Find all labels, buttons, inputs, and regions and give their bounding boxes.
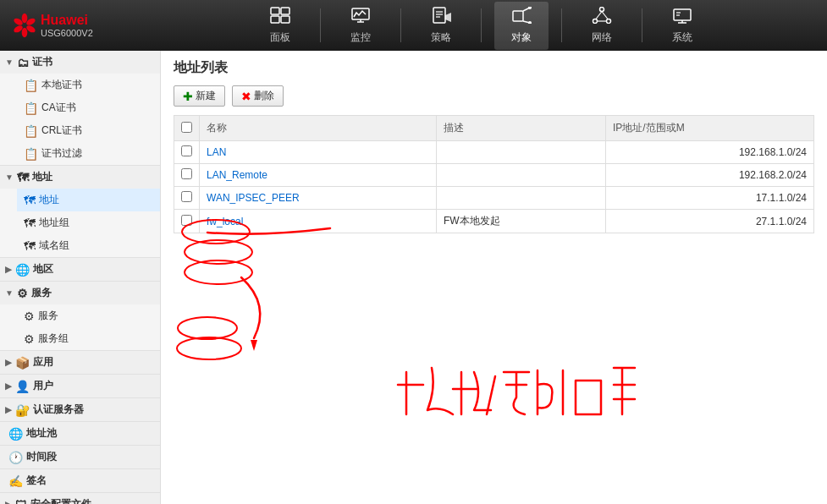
sidebar: ▼ 🗂 证书 📋 本地证书 📋 CA证书 📋 CRL证书 📋 <box>0 51 161 504</box>
svg-point-25 <box>607 19 611 23</box>
delete-label: 删除 <box>254 89 274 103</box>
row-link-wan-ipsec[interactable]: WAN_IPSEC_PEER <box>207 192 300 204</box>
sidebar-item-ca-cert[interactable]: 📋 CA证书 <box>17 96 160 119</box>
sidebar-section-signature: ✍ 签名 <box>0 469 160 493</box>
cert-filter-icon: 📋 <box>24 147 38 161</box>
nav-item-network[interactable]: 网络 <box>575 2 629 50</box>
table-row: LAN 192.168.1.0/24 <box>174 141 814 164</box>
nav-policy-label: 策略 <box>431 30 451 45</box>
row-checkbox-fw-local[interactable] <box>181 215 192 226</box>
row-desc-wan-ipsec <box>437 187 606 210</box>
svg-rect-8 <box>271 16 279 23</box>
sidebar-section-security-config: ▶ 🛡 安全配置文件 <box>0 493 160 504</box>
system-icon <box>672 7 692 29</box>
content-area: 地址列表 ✚ 新建 ✖ 删除 名称 描述 IP地址/范围或M <box>161 51 827 504</box>
nav-sep-1 <box>320 8 321 42</box>
sidebar-section-addrpool: 🌐 地址池 <box>0 422 160 446</box>
sidebar-group-service[interactable]: ▼ ⚙ 服务 <box>0 282 160 304</box>
table-row: WAN_IPSEC_PEER 17.1.1.0/24 <box>174 187 814 210</box>
row-check-lan <box>174 141 200 164</box>
app-section-label: 应用 <box>33 355 53 370</box>
sidebar-item-address[interactable]: 🗺 地址 <box>17 189 160 211</box>
sidebar-item-service-group[interactable]: ⚙ 服务组 <box>17 327 160 350</box>
service-item-icon: ⚙ <box>24 310 35 323</box>
select-all-checkbox[interactable] <box>181 122 192 133</box>
auth-section-label: 认证服务器 <box>33 403 84 417</box>
nav-item-system[interactable]: 系统 <box>655 2 709 50</box>
new-icon: ✚ <box>183 90 193 103</box>
address-group-label: 地址组 <box>39 216 69 230</box>
row-checkbox-wan-ipsec[interactable] <box>181 191 192 202</box>
sidebar-item-crl-cert[interactable]: 📋 CRL证书 <box>17 119 160 142</box>
app-section-icon: 📦 <box>15 356 30 370</box>
region-section-label: 地区 <box>33 262 53 277</box>
svg-point-38 <box>178 317 237 339</box>
nav-sep-5 <box>642 8 642 42</box>
row-name-fw-local: fw_local <box>200 210 437 233</box>
nav-network-label: 网络 <box>592 30 612 45</box>
sidebar-group-addrpool[interactable]: 🌐 地址池 <box>0 422 160 445</box>
sidebar-group-address[interactable]: ▼ 🗺 地址 <box>0 166 160 189</box>
service-group-label: 服务组 <box>38 331 69 346</box>
sidebar-group-signature[interactable]: ✍ 签名 <box>0 469 160 492</box>
service-group-icon: ⚙ <box>24 332 35 346</box>
nav-item-policy[interactable]: 策略 <box>414 2 468 50</box>
nav-item-dashboard[interactable]: 面板 <box>253 2 307 50</box>
svg-rect-18 <box>513 11 523 21</box>
row-check-fw-local <box>174 210 200 233</box>
sidebar-section-auth: ▶ 🔐 认证服务器 <box>0 398 160 422</box>
service-item-label: 服务 <box>38 309 58 323</box>
addrpool-section-icon: 🌐 <box>8 427 23 441</box>
sidebar-item-domain-group[interactable]: 🗺 域名组 <box>17 234 160 257</box>
sidebar-group-region[interactable]: ▶ 🌐 地区 <box>0 258 160 281</box>
nav-monitor-label: 监控 <box>350 30 371 45</box>
nav-item-object[interactable]: 对象 <box>494 2 549 50</box>
sidebar-item-cert-filter[interactable]: 📋 证书过滤 <box>17 142 160 165</box>
svg-rect-9 <box>281 16 289 23</box>
sidebar-group-app[interactable]: ▶ 📦 应用 <box>0 351 160 374</box>
row-link-lan-remote[interactable]: LAN_Remote <box>207 169 267 181</box>
sidebar-group-user[interactable]: ▶ 👤 用户 <box>0 375 160 397</box>
delete-button[interactable]: ✖ 删除 <box>232 85 284 107</box>
col-header-desc: 描述 <box>437 116 606 141</box>
service-children: ⚙ 服务 ⚙ 服务组 <box>0 304 160 350</box>
monitor-icon <box>350 7 371 29</box>
auth-toggle-icon: ▶ <box>5 405 12 414</box>
svg-point-0 <box>22 14 28 23</box>
new-button[interactable]: ✚ 新建 <box>174 85 225 107</box>
secconfig-toggle-icon: ▶ <box>5 500 12 504</box>
nav-item-monitor[interactable]: 监控 <box>334 2 388 50</box>
row-ip-lan: 192.168.1.0/24 <box>606 141 814 164</box>
sidebar-section-timerange: 🕐 时间段 <box>0 446 160 469</box>
crl-cert-icon: 📋 <box>24 124 38 138</box>
svg-marker-17 <box>445 13 451 22</box>
svg-point-37 <box>185 260 252 284</box>
service-toggle-icon: ▼ <box>5 288 14 298</box>
sidebar-item-local-cert[interactable]: 📋 本地证书 <box>17 74 160 96</box>
svg-line-27 <box>602 11 608 19</box>
app-toggle-icon: ▶ <box>5 358 12 367</box>
svg-point-39 <box>177 337 241 359</box>
main-area: ▼ 🗂 证书 📋 本地证书 📋 CA证书 📋 CRL证书 📋 <box>0 51 827 504</box>
dashboard-icon <box>270 7 290 29</box>
user-section-icon: 👤 <box>15 380 30 393</box>
sidebar-section-app: ▶ 📦 应用 <box>0 351 160 375</box>
sidebar-group-cert[interactable]: ▼ 🗂 证书 <box>0 51 160 74</box>
sidebar-group-security-config[interactable]: ▶ 🛡 安全配置文件 <box>0 493 160 504</box>
row-link-lan[interactable]: LAN <box>207 146 226 158</box>
row-checkbox-lan-remote[interactable] <box>181 168 192 179</box>
page-title: 地址列表 <box>174 59 814 77</box>
svg-point-36 <box>185 240 252 264</box>
row-link-fw-local[interactable]: fw_local <box>207 216 243 227</box>
row-checkbox-lan[interactable] <box>181 145 192 156</box>
sidebar-group-timerange[interactable]: 🕐 时间段 <box>0 446 160 468</box>
svg-point-3 <box>22 28 28 37</box>
sidebar-item-address-group[interactable]: 🗺 地址组 <box>17 211 160 234</box>
row-ip-lan-remote: 192.168.2.0/24 <box>606 164 814 187</box>
sidebar-item-service[interactable]: ⚙ 服务 <box>17 304 160 327</box>
sidebar-section-service: ▼ ⚙ 服务 ⚙ 服务 ⚙ 服务组 <box>0 282 160 351</box>
col-header-check <box>174 116 200 141</box>
toolbar: ✚ 新建 ✖ 删除 <box>174 85 814 107</box>
cert-section-label: 证书 <box>32 55 52 69</box>
sidebar-group-auth[interactable]: ▶ 🔐 认证服务器 <box>0 398 160 421</box>
